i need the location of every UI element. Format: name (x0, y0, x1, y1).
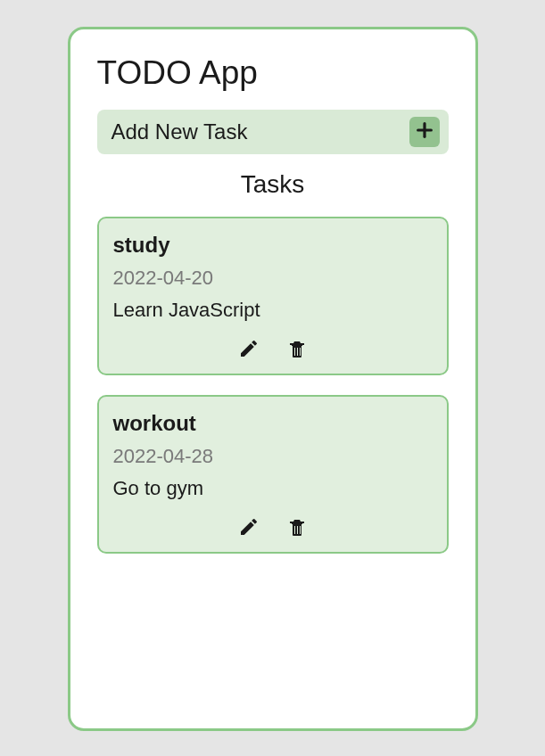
edit-task-button[interactable] (238, 338, 260, 363)
task-title: workout (113, 411, 433, 436)
delete-task-button[interactable] (286, 338, 308, 363)
add-task-label: Add New Task (111, 119, 248, 144)
page-title: TODO App (97, 54, 449, 92)
task-actions (113, 338, 433, 363)
task-description: Go to gym (113, 477, 433, 500)
edit-icon (238, 338, 260, 363)
task-actions (113, 516, 433, 541)
plus-icon (415, 120, 434, 144)
tasks-heading: Tasks (97, 170, 449, 199)
edit-icon (238, 516, 260, 541)
task-card: workout 2022-04-28 Go to gym (97, 395, 449, 554)
task-date: 2022-04-20 (113, 267, 433, 290)
delete-task-button[interactable] (286, 516, 308, 541)
add-task-button[interactable] (409, 117, 440, 147)
edit-task-button[interactable] (238, 516, 260, 541)
task-description: Learn JavaScript (113, 299, 433, 322)
add-task-bar[interactable]: Add New Task (97, 110, 449, 154)
task-title: study (113, 233, 433, 258)
trash-icon (286, 338, 308, 363)
task-date: 2022-04-28 (113, 445, 433, 468)
task-card: study 2022-04-20 Learn JavaScript (97, 217, 449, 375)
app-container: TODO App Add New Task Tasks study 2022-0… (68, 27, 478, 731)
trash-icon (286, 516, 308, 541)
